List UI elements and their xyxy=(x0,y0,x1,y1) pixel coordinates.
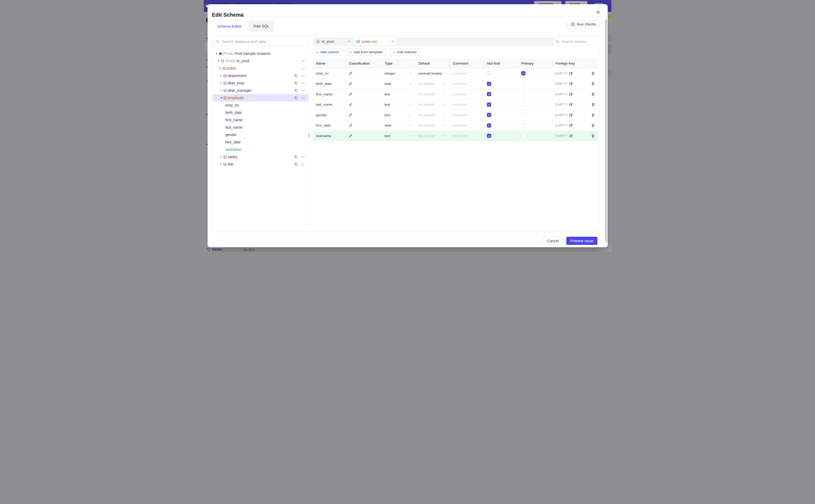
primary-checkbox[interactable] xyxy=(521,92,526,96)
tree-item-birth_date[interactable]: birth_date xyxy=(212,109,308,116)
edit-foreign-key-icon[interactable] xyxy=(569,113,573,117)
default-cell[interactable]: No default xyxy=(415,89,450,99)
database-search[interactable] xyxy=(213,37,306,46)
tree-item-hire_date[interactable]: hire_date xyxy=(212,138,308,146)
tree-item-Prod Sample Instance[interactable]: (Prod) Prod Sample Instance xyxy=(212,50,308,57)
type-cell[interactable]: text xyxy=(381,89,415,99)
modal-scrollbar[interactable] xyxy=(605,19,607,243)
pane-resize-handle[interactable] xyxy=(308,133,310,137)
preview-issue-button[interactable]: Preview issue xyxy=(566,237,597,245)
edit-classification-icon[interactable] xyxy=(349,134,352,138)
column-name-cell[interactable]: last_name xyxy=(313,100,345,110)
caret-icon[interactable] xyxy=(219,97,223,99)
edit-foreign-key-icon[interactable] xyxy=(569,134,573,138)
tree-item-department[interactable]: department xyxy=(212,72,308,79)
column-name-cell[interactable]: hire_date xyxy=(313,120,345,131)
copy-icon[interactable] xyxy=(294,162,298,166)
default-cell[interactable]: No default xyxy=(415,131,450,141)
column-name-cell[interactable]: nickname xyxy=(313,131,345,141)
edit-classification-icon[interactable] xyxy=(349,92,352,96)
copy-icon[interactable] xyxy=(294,155,298,159)
not-null-checkbox[interactable] xyxy=(487,123,491,128)
default-cell[interactable]: No default xyxy=(415,79,450,89)
not-null-checkbox[interactable] xyxy=(487,134,491,138)
delete-column-icon[interactable] xyxy=(591,71,595,75)
tab-schema-editor[interactable]: Schema Editor xyxy=(212,20,247,32)
demo-link[interactable]: Demo xyxy=(206,247,222,251)
not-null-checkbox[interactable] xyxy=(487,92,491,96)
tree-item-gender[interactable]: gender xyxy=(212,131,308,138)
run-checks-button[interactable]: Run checks xyxy=(567,21,600,28)
comment-cell[interactable]: comment xyxy=(450,89,484,99)
caret-icon[interactable] xyxy=(219,82,223,84)
caret-icon[interactable] xyxy=(217,60,220,62)
tree-item-emp_no[interactable]: emp_no xyxy=(212,101,308,109)
more-options-icon[interactable] xyxy=(301,162,305,166)
primary-checkbox[interactable] xyxy=(521,123,526,128)
delete-column-icon[interactable] xyxy=(591,82,595,86)
add-from-template-button[interactable]: +Add from template xyxy=(346,48,386,56)
delete-column-icon[interactable] xyxy=(591,92,595,96)
column-name-cell[interactable]: birth_date xyxy=(313,79,345,89)
comment-cell[interactable]: comment xyxy=(450,110,484,120)
tree-item-dept_manager[interactable]: dept_manager xyxy=(212,87,308,94)
edit-classification-icon[interactable] xyxy=(349,71,352,75)
copy-icon[interactable] xyxy=(294,96,298,100)
copy-icon[interactable] xyxy=(294,89,298,92)
copy-icon[interactable] xyxy=(294,81,298,85)
copy-icon[interactable] xyxy=(294,74,298,77)
edit-foreign-key-icon[interactable] xyxy=(569,92,573,96)
edit-classification-icon[interactable] xyxy=(349,82,352,86)
tree-item-hr_prod[interactable]: (Prod) hr_prod xyxy=(212,57,308,65)
column-name-cell[interactable]: first_name xyxy=(313,89,345,99)
type-cell[interactable]: text xyxy=(381,100,415,110)
primary-checkbox[interactable] xyxy=(521,134,526,138)
default-cell[interactable]: No default xyxy=(415,100,450,110)
edit-classification-icon[interactable] xyxy=(349,113,352,117)
primary-checkbox[interactable] xyxy=(521,113,526,117)
more-options-icon[interactable] xyxy=(301,81,305,85)
tree-item-salary[interactable]: salary xyxy=(212,153,308,161)
comment-cell[interactable]: comment xyxy=(450,100,484,110)
edit-classification-icon[interactable] xyxy=(349,103,352,106)
type-cell[interactable]: text xyxy=(381,131,415,141)
comment-cell[interactable]: comment xyxy=(450,120,484,131)
column-name-cell[interactable]: gender xyxy=(313,110,345,120)
tree-item-first_name[interactable]: first_name xyxy=(212,116,308,124)
type-cell[interactable]: date xyxy=(381,120,415,131)
comment-cell[interactable]: comment xyxy=(450,68,484,79)
more-options-icon[interactable] xyxy=(301,74,305,78)
delete-column-icon[interactable] xyxy=(591,134,595,138)
primary-checkbox[interactable] xyxy=(521,82,526,86)
edit-indexes-button[interactable]: ◇Edit indexes xyxy=(389,48,420,56)
database-search-input[interactable] xyxy=(221,39,303,44)
primary-checkbox[interactable] xyxy=(521,71,526,75)
close-tab-icon[interactable]: ✕ xyxy=(391,40,394,43)
not-null-checkbox[interactable] xyxy=(487,82,491,86)
column-search[interactable] xyxy=(553,37,594,46)
add-column-button[interactable]: +Add column xyxy=(313,48,342,56)
default-cell[interactable]: No default xyxy=(415,110,450,120)
tree-item-nickname[interactable]: nickname xyxy=(212,146,308,153)
primary-checkbox[interactable] xyxy=(521,103,526,107)
tab-raw-sql[interactable]: Raw SQL xyxy=(248,20,274,32)
edit-foreign-key-icon[interactable] xyxy=(569,71,573,75)
default-cell[interactable]: No default xyxy=(415,120,450,131)
close-icon[interactable] xyxy=(596,9,601,15)
edit-foreign-key-icon[interactable] xyxy=(569,123,573,127)
caret-icon[interactable] xyxy=(219,163,223,165)
comment-cell[interactable]: comment xyxy=(450,79,484,89)
tree-item-public[interactable]: public xyxy=(212,65,308,72)
more-options-icon[interactable] xyxy=(301,89,305,93)
type-cell[interactable]: text xyxy=(381,110,415,120)
type-cell[interactable]: date xyxy=(381,79,415,89)
caret-icon[interactable] xyxy=(218,68,222,69)
more-options-icon[interactable] xyxy=(301,66,305,70)
tree-item-employee[interactable]: employee xyxy=(212,94,308,101)
delete-column-icon[interactable] xyxy=(591,113,595,117)
caret-icon[interactable] xyxy=(215,53,218,54)
not-null-checkbox[interactable] xyxy=(487,113,491,117)
comment-cell[interactable]: comment xyxy=(450,131,484,141)
edit-foreign-key-icon[interactable] xyxy=(569,103,573,106)
not-null-checkbox[interactable] xyxy=(487,103,491,107)
